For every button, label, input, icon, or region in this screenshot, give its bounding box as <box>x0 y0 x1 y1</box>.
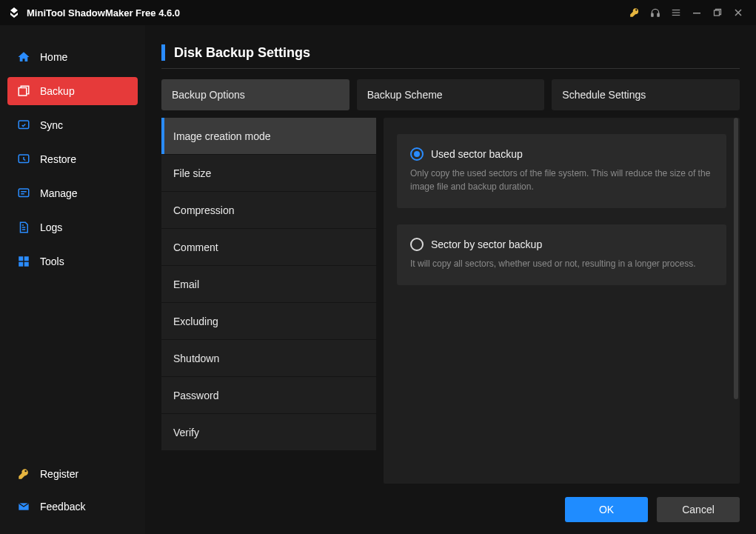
svg-rect-2 <box>672 10 680 10</box>
cancel-button[interactable]: Cancel <box>657 497 740 522</box>
option-file-size[interactable]: File size <box>161 155 376 192</box>
svg-rect-0 <box>652 13 653 16</box>
svg-rect-3 <box>672 12 680 13</box>
menu-icon[interactable] <box>666 2 686 23</box>
sidebar-item-label: Restore <box>40 153 76 165</box>
radio-card-used-sector: Used sector backup Only copy the used se… <box>397 134 726 208</box>
sidebar-item-backup[interactable]: Backup <box>7 77 138 105</box>
radio-icon <box>410 238 424 251</box>
svg-rect-11 <box>19 256 23 261</box>
options-list: Image creation mode File size Compressio… <box>161 118 376 484</box>
sidebar: Home Backup Sync Restore <box>0 25 145 534</box>
key-icon[interactable] <box>624 2 645 23</box>
page-header: Disk Backup Settings <box>161 44 740 69</box>
app-logo-icon <box>7 6 21 19</box>
app-title: MiniTool ShadowMaker Free 4.6.0 <box>27 7 180 19</box>
sidebar-item-sync[interactable]: Sync <box>7 111 138 139</box>
sidebar-item-tools[interactable]: Tools <box>7 247 138 276</box>
svg-rect-1 <box>658 13 659 16</box>
dialog-footer: OK Cancel <box>161 484 740 522</box>
radio-description: It will copy all sectors, whether used o… <box>410 257 713 270</box>
radio-sector-by-sector[interactable]: Sector by sector backup <box>410 238 713 251</box>
minimize-icon[interactable] <box>686 2 707 23</box>
manage-icon <box>16 186 31 201</box>
sidebar-item-label: Manage <box>40 187 78 199</box>
sidebar-item-label: Tools <box>40 256 64 267</box>
ok-button[interactable]: OK <box>565 497 648 522</box>
tab-backup-scheme[interactable]: Backup Scheme <box>357 79 545 110</box>
restore-icon <box>16 152 31 167</box>
sidebar-item-label: Home <box>40 51 67 63</box>
sidebar-item-home[interactable]: Home <box>7 43 138 71</box>
titlebar: MiniTool ShadowMaker Free 4.6.0 <box>0 0 756 25</box>
sidebar-item-label: Register <box>40 468 78 480</box>
sidebar-item-restore[interactable]: Restore <box>7 145 138 173</box>
radio-label: Used sector backup <box>431 148 523 160</box>
sidebar-bottom: Register Feedback <box>7 460 138 525</box>
page-title: Disk Backup Settings <box>174 45 310 61</box>
sidebar-item-label: Logs <box>40 221 62 233</box>
headphones-icon[interactable] <box>645 2 666 23</box>
backup-icon <box>16 84 31 99</box>
svg-rect-8 <box>19 121 29 129</box>
svg-rect-7 <box>19 88 27 96</box>
option-verify[interactable]: Verify <box>161 414 376 451</box>
svg-rect-4 <box>672 15 680 16</box>
svg-rect-5 <box>693 13 700 14</box>
option-email[interactable]: Email <box>161 266 376 303</box>
radio-icon <box>410 147 424 161</box>
radio-label: Sector by sector backup <box>431 238 542 250</box>
option-excluding[interactable]: Excluding <box>161 303 376 340</box>
logs-icon <box>16 220 31 235</box>
options-content: Image creation mode File size Compressio… <box>161 118 740 484</box>
svg-rect-12 <box>24 256 29 261</box>
title-accent-bar <box>161 44 165 61</box>
sidebar-item-logs[interactable]: Logs <box>7 213 138 241</box>
sidebar-item-register[interactable]: Register <box>7 460 138 488</box>
option-image-creation-mode[interactable]: Image creation mode <box>161 118 376 155</box>
sidebar-item-label: Feedback <box>40 501 85 513</box>
mail-icon <box>16 499 31 514</box>
option-shutdown[interactable]: Shutdown <box>161 340 376 377</box>
scrollbar-thumb[interactable] <box>734 118 738 399</box>
home-icon <box>16 50 31 64</box>
tab-schedule-settings[interactable]: Schedule Settings <box>552 79 740 110</box>
svg-rect-14 <box>24 262 29 267</box>
option-detail-panel: Used sector backup Only copy the used se… <box>384 118 740 484</box>
sync-icon <box>16 118 31 133</box>
svg-rect-10 <box>19 189 29 197</box>
svg-rect-13 <box>19 262 23 267</box>
sidebar-item-label: Sync <box>40 119 63 131</box>
sidebar-item-manage[interactable]: Manage <box>7 179 138 207</box>
sidebar-item-feedback[interactable]: Feedback <box>7 493 138 521</box>
option-comment[interactable]: Comment <box>161 229 376 266</box>
maximize-icon[interactable] <box>707 2 728 23</box>
sidebar-item-label: Backup <box>40 85 75 97</box>
tabs: Backup Options Backup Scheme Schedule Se… <box>161 79 740 110</box>
radio-description: Only copy the used sectors of the file s… <box>410 167 713 193</box>
tab-backup-options[interactable]: Backup Options <box>161 79 349 110</box>
radio-card-sector-by-sector: Sector by sector backup It will copy all… <box>397 224 726 285</box>
key-icon <box>16 467 31 481</box>
svg-rect-6 <box>715 10 720 16</box>
option-password[interactable]: Password <box>161 377 376 414</box>
option-compression[interactable]: Compression <box>161 192 376 229</box>
sidebar-nav: Home Backup Sync Restore <box>7 43 138 460</box>
main-panel: Disk Backup Settings Backup Options Back… <box>145 25 756 534</box>
close-icon[interactable] <box>728 2 749 23</box>
tools-icon <box>16 254 31 269</box>
radio-used-sector[interactable]: Used sector backup <box>410 147 713 161</box>
